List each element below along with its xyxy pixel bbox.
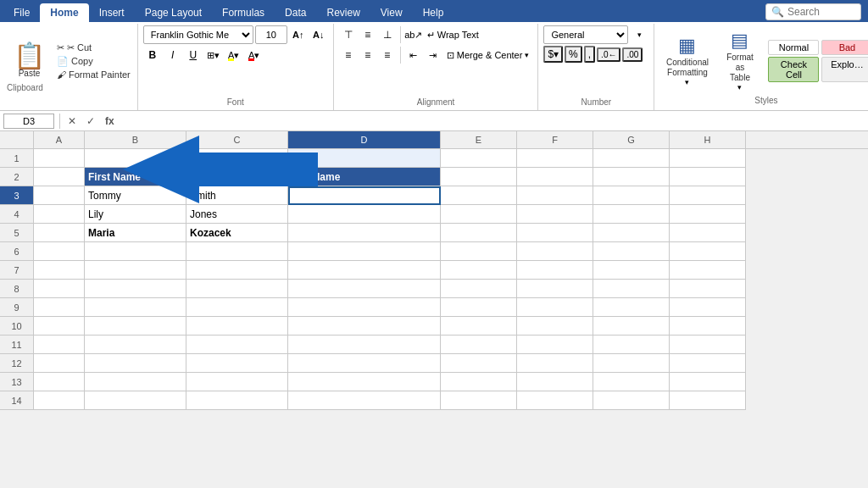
cell-f4[interactable] [517, 205, 593, 224]
cancel-formula-icon[interactable]: ✕ [65, 114, 79, 128]
copy-button[interactable]: 📄 Copy [53, 55, 134, 68]
cell-h3[interactable] [670, 186, 746, 205]
cell-e5[interactable] [441, 224, 517, 242]
tab-data[interactable]: Data [275, 3, 316, 22]
cell-f3[interactable] [517, 186, 593, 205]
cell-b13[interactable] [85, 373, 186, 391]
italic-button[interactable]: I [164, 46, 182, 64]
tab-file[interactable]: File [3, 3, 40, 22]
cell-d13[interactable] [288, 373, 441, 391]
cell-c2[interactable]: Last Name [186, 168, 288, 186]
cell-c6[interactable] [186, 242, 288, 261]
cell-f14[interactable] [517, 391, 593, 410]
cell-f2[interactable] [517, 168, 593, 186]
cell-c5[interactable]: Kozacek [186, 224, 288, 242]
normal-style-box[interactable]: Normal [768, 40, 819, 55]
cell-h4[interactable] [670, 205, 746, 224]
conditional-formatting-button[interactable]: ▦ Conditional Formatting ▾ [659, 32, 715, 89]
col-header-h[interactable]: H [670, 131, 746, 148]
cell-c4[interactable]: Jones [186, 205, 288, 224]
cell-g13[interactable] [593, 373, 670, 391]
cell-g14[interactable] [593, 391, 670, 410]
percent-button[interactable]: % [565, 46, 582, 63]
accounting-button[interactable]: $▾ [543, 46, 563, 63]
cell-b5[interactable]: Maria [85, 224, 186, 242]
align-middle-button[interactable]: ≡ [359, 25, 377, 44]
font-size-input[interactable] [255, 25, 287, 44]
font-decrease-button[interactable]: A↓ [309, 25, 328, 44]
align-bottom-button[interactable]: ⊥ [378, 25, 397, 44]
cell-g6[interactable] [593, 242, 670, 261]
cell-a7[interactable] [34, 261, 85, 280]
cell-f5[interactable] [517, 224, 593, 242]
cell-d6[interactable] [288, 242, 441, 261]
cell-g10[interactable] [593, 317, 670, 336]
col-header-d[interactable]: D [288, 131, 441, 148]
cell-g4[interactable] [593, 205, 670, 224]
tab-formulas[interactable]: Formulas [212, 3, 275, 22]
cell-h1[interactable] [670, 149, 746, 168]
col-header-c[interactable]: C [186, 131, 288, 148]
cell-c14[interactable] [186, 391, 288, 410]
cell-d10[interactable] [288, 317, 441, 336]
cell-e9[interactable] [441, 298, 517, 317]
cell-b10[interactable] [85, 317, 186, 336]
cell-d9[interactable] [288, 298, 441, 317]
border-button[interactable]: ⊞▾ [204, 46, 223, 64]
cell-a6[interactable] [34, 242, 85, 261]
decrease-indent-button[interactable]: ⇤ [404, 46, 423, 64]
cell-d12[interactable] [288, 354, 441, 373]
cell-b1[interactable] [85, 149, 186, 168]
cell-d3[interactable] [288, 186, 441, 205]
cell-a3[interactable] [34, 186, 85, 205]
cell-b12[interactable] [85, 354, 186, 373]
align-right-button[interactable]: ≡ [378, 46, 397, 64]
cell-f13[interactable] [517, 373, 593, 391]
cell-a13[interactable] [34, 373, 85, 391]
comma-button[interactable]: , [584, 46, 595, 63]
cell-e14[interactable] [441, 391, 517, 410]
bold-button[interactable]: B [143, 46, 162, 64]
cell-e11[interactable] [441, 336, 517, 354]
cell-c1[interactable] [186, 149, 288, 168]
cell-g3[interactable] [593, 186, 670, 205]
cell-a4[interactable] [34, 205, 85, 224]
cell-g2[interactable] [593, 168, 670, 186]
tab-view[interactable]: View [370, 3, 413, 22]
cell-h2[interactable] [670, 168, 746, 186]
fill-color-button[interactable]: A▾ [225, 46, 243, 64]
cell-b3[interactable]: Tommy [85, 186, 186, 205]
row-num-10[interactable]: 10 [0, 317, 34, 336]
cell-c11[interactable] [186, 336, 288, 354]
cell-d1[interactable] [288, 149, 441, 168]
cell-e4[interactable] [441, 205, 517, 224]
cell-c7[interactable] [186, 261, 288, 280]
cell-a14[interactable] [34, 391, 85, 410]
cell-f8[interactable] [517, 280, 593, 298]
check-cell-style-box[interactable]: Check Cell [768, 57, 819, 82]
cell-a10[interactable] [34, 317, 85, 336]
cell-a9[interactable] [34, 298, 85, 317]
cell-f12[interactable] [517, 354, 593, 373]
cell-d8[interactable] [288, 280, 441, 298]
cell-g12[interactable] [593, 354, 670, 373]
decrease-decimal-button[interactable]: .0← [597, 47, 620, 62]
cell-d4[interactable] [288, 205, 441, 224]
cell-f10[interactable] [517, 317, 593, 336]
underline-button[interactable]: U [184, 46, 203, 64]
cell-b9[interactable] [85, 298, 186, 317]
cell-h13[interactable] [670, 373, 746, 391]
font-increase-button[interactable]: A↑ [289, 25, 308, 44]
font-name-select[interactable]: Franklin Gothic Me [143, 25, 253, 44]
cell-g8[interactable] [593, 280, 670, 298]
cell-b2[interactable]: First Name [85, 168, 186, 186]
col-header-b[interactable]: B [85, 131, 186, 148]
cell-c10[interactable] [186, 317, 288, 336]
row-num-1[interactable]: 1 [0, 149, 34, 168]
cell-f11[interactable] [517, 336, 593, 354]
cell-c8[interactable] [186, 280, 288, 298]
number-format-dropdown[interactable]: ▾ [630, 25, 648, 44]
cell-d11[interactable] [288, 336, 441, 354]
row-num-3[interactable]: 3 [0, 186, 34, 205]
format-painter-button[interactable]: 🖌 Format Painter [53, 69, 134, 80]
